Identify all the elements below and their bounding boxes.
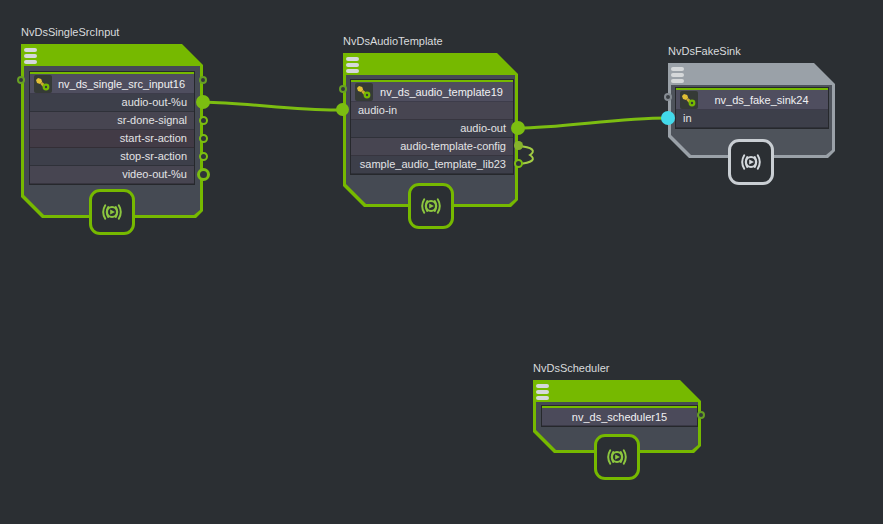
port-in-selected[interactable] <box>661 111 675 125</box>
component-header[interactable]: nv_ds_audio_template19 <box>351 80 513 102</box>
port-audio-out[interactable] <box>511 121 525 135</box>
signal-badge[interactable] <box>408 183 454 229</box>
port-sr-done-signal[interactable] <box>199 116 208 125</box>
port-label: sample_audio_template_lib23 <box>360 158 506 170</box>
node-title: NvDsFakeSink <box>668 45 741 58</box>
wire-audio-out-to-audio-in[interactable] <box>203 102 343 110</box>
menu-icon[interactable] <box>671 67 685 85</box>
node-input-handle-port[interactable] <box>664 93 672 101</box>
signal-badge[interactable] <box>728 139 774 185</box>
port-label: audio-out-%u <box>122 96 187 108</box>
signal-badge[interactable] <box>594 434 640 480</box>
node-title: NvDsScheduler <box>533 362 609 375</box>
node-input-handle-port[interactable] <box>17 76 25 84</box>
menu-icon[interactable] <box>24 48 38 66</box>
component-header[interactable]: nv_ds_single_src_input16 <box>30 72 194 94</box>
node-nv-ds-scheduler[interactable]: nv_ds_scheduler15 <box>533 380 701 453</box>
port-row: sr-done-signal <box>30 112 194 130</box>
port-row: in <box>676 110 828 128</box>
node-nv-ds-fake-sink[interactable]: nv_ds_fake_sink24 in <box>668 63 835 158</box>
node-output-handle-port[interactable] <box>697 411 705 419</box>
component-header[interactable]: nv_ds_fake_sink24 <box>676 88 828 110</box>
component-header[interactable]: nv_ds_scheduler15 <box>542 406 697 426</box>
port-row: audio-out <box>351 120 513 138</box>
port-row: audio-out-%u <box>30 94 194 112</box>
node-nv-ds-single-src-input[interactable]: nv_ds_single_src_input16 audio-out-%u sr… <box>21 44 203 218</box>
node-output-handle-port[interactable] <box>199 76 207 84</box>
port-row: sample_audio_template_lib23 <box>351 156 513 174</box>
port-video-out[interactable] <box>197 168 210 181</box>
port-label: stop-sr-action <box>120 150 187 162</box>
menu-icon[interactable] <box>536 384 550 402</box>
node-title: NvDsSingleSrcInput <box>21 26 119 39</box>
port-row: audio-in <box>351 102 513 120</box>
node-input-handle-port[interactable] <box>339 85 347 93</box>
port-audio-out[interactable] <box>196 95 210 109</box>
port-row: start-sr-action <box>30 130 194 148</box>
port-sample-audio-template-lib[interactable] <box>514 159 523 168</box>
component-icon <box>355 83 373 101</box>
port-label: video-out-%u <box>122 168 187 180</box>
component-name: nv_ds_audio_template19 <box>373 86 510 98</box>
component-name: nv_ds_fake_sink24 <box>698 94 825 106</box>
graph-canvas[interactable]: NvDsSingleSrcInput nv_ds_single_src_inpu… <box>0 0 883 524</box>
port-stop-sr-action[interactable] <box>199 152 208 161</box>
port-start-sr-action[interactable] <box>199 134 208 143</box>
node-nv-ds-audio-template[interactable]: nv_ds_audio_template19 audio-in audio-ou… <box>343 53 518 207</box>
port-row: stop-sr-action <box>30 148 194 166</box>
port-row: video-out-%u <box>30 166 194 184</box>
component-name: nv_ds_scheduler15 <box>572 411 667 423</box>
node-title: NvDsAudioTemplate <box>343 35 443 48</box>
signal-badge[interactable] <box>89 189 135 235</box>
port-label: audio-in <box>358 104 397 116</box>
port-row: audio-template-config <box>351 138 513 156</box>
port-label: start-sr-action <box>120 132 187 144</box>
port-audio-template-config[interactable] <box>514 141 523 150</box>
menu-icon[interactable] <box>346 57 360 75</box>
port-label: audio-template-config <box>400 140 506 152</box>
wire-audio-out-to-in[interactable] <box>518 118 668 128</box>
port-label: in <box>683 112 692 124</box>
port-audio-in[interactable] <box>336 103 349 116</box>
port-label: audio-out <box>460 122 506 134</box>
component-icon <box>680 91 698 109</box>
component-icon <box>34 75 52 93</box>
port-label: sr-done-signal <box>117 114 187 126</box>
component-name: nv_ds_single_src_input16 <box>52 78 191 90</box>
